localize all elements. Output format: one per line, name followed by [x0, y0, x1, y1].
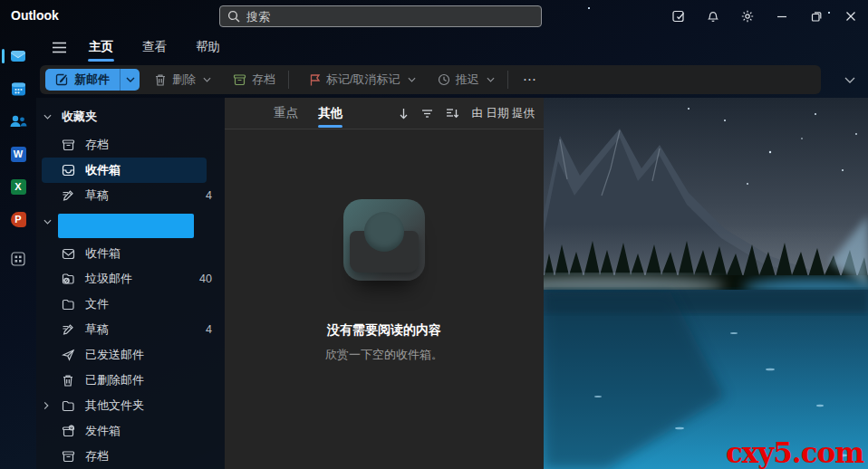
notes-icon[interactable]	[661, 0, 696, 33]
new-mail-split-button: 新邮件	[45, 69, 140, 91]
folder-label: 草稿	[85, 187, 109, 204]
folder-count: 4	[206, 323, 212, 336]
trash-icon	[154, 73, 167, 87]
folder-label: 存档	[85, 137, 109, 153]
rail-mail-button[interactable]	[0, 40, 36, 72]
folder-item-drafts-account[interactable]: 草稿 4	[36, 317, 225, 342]
sent-plane-icon	[62, 349, 76, 361]
new-mail-button[interactable]: 新邮件	[45, 69, 120, 91]
calendar-icon	[10, 81, 27, 98]
tab-help[interactable]: 帮助	[187, 35, 229, 59]
chevron-down-icon	[203, 77, 211, 82]
filter-icon[interactable]	[421, 109, 433, 119]
close-button[interactable]	[834, 0, 868, 33]
drafts-pencil-icon	[62, 323, 76, 336]
inbox-tray-graphic	[350, 231, 419, 273]
rail-powerpoint-button[interactable]: P	[0, 203, 36, 235]
archive-icon	[233, 73, 246, 86]
hamburger-menu-icon[interactable]	[43, 35, 74, 59]
folder-item-deleted[interactable]: 已删除邮件	[36, 368, 225, 393]
toolbar: 新邮件 删除 存档 标记/取消标记	[40, 65, 821, 94]
inbox-notch-graphic	[364, 212, 404, 252]
delete-button[interactable]: 删除	[147, 68, 218, 91]
sort-direction-arrow-icon[interactable]	[399, 108, 409, 120]
search-input[interactable]	[246, 10, 534, 24]
folder-item-inbox[interactable]: 收件箱	[36, 241, 225, 266]
flag-button[interactable]: 标记/取消标记	[302, 68, 423, 91]
junk-folder-icon	[62, 273, 76, 285]
excel-letter: X	[14, 181, 21, 192]
folder-item-archive-account[interactable]: 存档	[36, 444, 225, 469]
empty-state-subtitle: 欣赏一下空的收件箱。	[325, 347, 443, 363]
folder-label: 草稿	[85, 321, 109, 338]
tab-focused[interactable]: 重点	[266, 100, 305, 127]
delete-label: 删除	[172, 72, 196, 88]
rail-more-apps-button[interactable]	[0, 243, 36, 275]
sort-options-icon[interactable]	[446, 108, 459, 119]
archive-icon	[62, 450, 76, 463]
folder-item-outbox[interactable]: 发件箱	[36, 418, 225, 444]
new-mail-dropdown[interactable]	[120, 69, 140, 91]
titlebar-actions	[661, 0, 868, 33]
notifications-bell-icon[interactable]	[696, 0, 730, 33]
apps-grid-icon	[10, 251, 26, 267]
word-icon: W	[11, 147, 26, 162]
clock-icon	[438, 73, 450, 86]
mail-envelope-icon	[62, 248, 76, 260]
favorites-header[interactable]: 收藏夹	[36, 105, 225, 129]
drafts-pencil-icon	[62, 189, 76, 202]
chevron-down-icon	[43, 114, 52, 120]
ribbon-menubar: 主页 查看 帮助	[36, 33, 868, 62]
message-list-panel: 重点 其他 由 日期 提供 没有需要阅读的内容 欣赏一下空的收件箱。	[225, 98, 544, 469]
folder-label: 存档	[85, 448, 109, 464]
empty-state-title: 没有需要阅读的内容	[327, 322, 441, 339]
folder-label: 发件箱	[85, 423, 121, 439]
folder-icon	[62, 400, 76, 412]
excel-icon: X	[11, 179, 26, 195]
more-options-button[interactable]: ⋯	[514, 72, 546, 88]
toolbar-separator	[507, 71, 508, 89]
chevron-down-icon	[43, 219, 52, 225]
outbox-icon	[62, 425, 76, 437]
flag-label: 标记/取消标记	[326, 72, 400, 88]
archive-button[interactable]: 存档	[226, 68, 283, 91]
folder-item-files[interactable]: 文件	[36, 292, 225, 317]
tab-other[interactable]: 其他	[311, 100, 350, 127]
folder-item-inbox-selected[interactable]: 收件箱	[42, 158, 207, 183]
outlook-mail-icon	[9, 47, 27, 65]
settings-gear-icon[interactable]	[730, 0, 765, 33]
tab-view[interactable]: 查看	[133, 35, 176, 59]
app-rail: W X P	[0, 33, 36, 469]
chevron-right-icon	[43, 402, 49, 410]
list-header-actions: 由 日期 提供	[399, 106, 535, 121]
ribbon-collapse-chevron-icon[interactable]	[844, 71, 855, 87]
ppt-letter: P	[14, 214, 21, 225]
rail-people-button[interactable]	[0, 105, 36, 138]
compose-icon	[55, 73, 68, 86]
account-name-redacted[interactable]	[58, 214, 194, 238]
folder-label: 文件	[85, 296, 109, 312]
minimize-button[interactable]	[765, 0, 799, 33]
rail-word-button[interactable]: W	[0, 138, 36, 170]
restore-button[interactable]	[799, 0, 834, 33]
folder-item-drafts[interactable]: 草稿 4	[36, 183, 225, 208]
archive-label: 存档	[252, 72, 275, 88]
folder-item-junk[interactable]: 垃圾邮件 40	[36, 266, 225, 292]
tab-home[interactable]: 主页	[80, 35, 122, 59]
folder-item-sent[interactable]: 已发送邮件	[36, 342, 225, 368]
chevron-down-icon	[408, 77, 416, 82]
folder-label: 收件箱	[85, 245, 121, 262]
search-box[interactable]	[219, 5, 542, 27]
powerpoint-icon: P	[11, 212, 26, 227]
chevron-down-icon	[126, 77, 135, 82]
rail-excel-button[interactable]: X	[0, 170, 36, 203]
folder-item-other-folders[interactable]: 其他文件夹	[36, 393, 225, 418]
folder-item-archive[interactable]: 存档	[36, 132, 225, 158]
sort-by-date-label[interactable]: 由 日期 提供	[472, 106, 535, 121]
flag-icon	[309, 73, 321, 86]
app-title: Outlook	[11, 8, 59, 23]
watermark-text: cxy5.com	[726, 436, 863, 469]
toolbar-row: 新邮件 删除 存档 标记/取消标记	[36, 62, 868, 98]
snooze-button[interactable]: 推迟	[430, 68, 502, 91]
rail-calendar-button[interactable]	[0, 72, 36, 105]
